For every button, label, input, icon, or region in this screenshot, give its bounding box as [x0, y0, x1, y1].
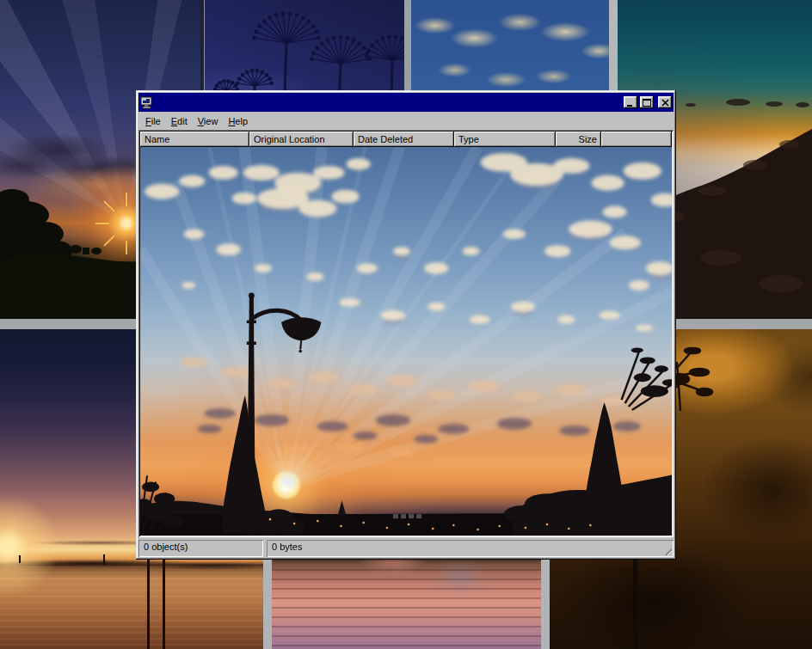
water-streaks: [0, 566, 263, 649]
column-header-date-deleted[interactable]: Date Deleted: [354, 132, 454, 147]
menubar: File Edit View Help: [138, 113, 674, 130]
application-window-icon: [140, 96, 154, 109]
statusbar: 0 object(s) 0 bytes: [138, 540, 674, 557]
close-icon: [661, 99, 669, 107]
column-header-size[interactable]: Size: [556, 132, 601, 147]
desktop: File Edit View Help Name Original Locati…: [0, 0, 812, 649]
water-pole: [147, 557, 150, 649]
menu-file[interactable]: File: [140, 114, 166, 128]
maximize-button[interactable]: [640, 96, 654, 108]
titlebar[interactable]: [138, 93, 674, 112]
water-pole-distant: [103, 554, 105, 565]
column-header-original-location[interactable]: Original Location: [249, 132, 354, 147]
column-header-row: Name Original Location Date Deleted Type…: [140, 132, 672, 147]
status-byte-count: 0 bytes: [267, 540, 674, 557]
column-header-type[interactable]: Type: [454, 132, 556, 147]
list-viewport-sunset-photo[interactable]: [140, 147, 672, 536]
status-object-count: 0 object(s): [138, 540, 263, 557]
minimize-button[interactable]: [624, 96, 637, 108]
minimize-icon: [626, 99, 635, 107]
maximize-icon: [643, 99, 651, 107]
menu-help[interactable]: Help: [223, 114, 253, 128]
column-header-name[interactable]: Name: [140, 132, 249, 147]
lamp-head: [281, 317, 321, 340]
status-bytes-label: 0 bytes: [272, 542, 302, 552]
close-button[interactable]: [658, 96, 672, 108]
sunset-photo-art: [140, 147, 672, 536]
column-header-filler: [601, 132, 672, 147]
menu-edit[interactable]: Edit: [166, 114, 193, 128]
water-pole: [163, 559, 165, 649]
list-view-frame: Name Original Location Date Deleted Type…: [138, 130, 674, 537]
recycle-bin-window: File Edit View Help Name Original Locati…: [136, 90, 676, 560]
resize-grip[interactable]: [661, 545, 672, 555]
water-pole-distant: [19, 555, 21, 563]
menu-view[interactable]: View: [193, 114, 224, 128]
